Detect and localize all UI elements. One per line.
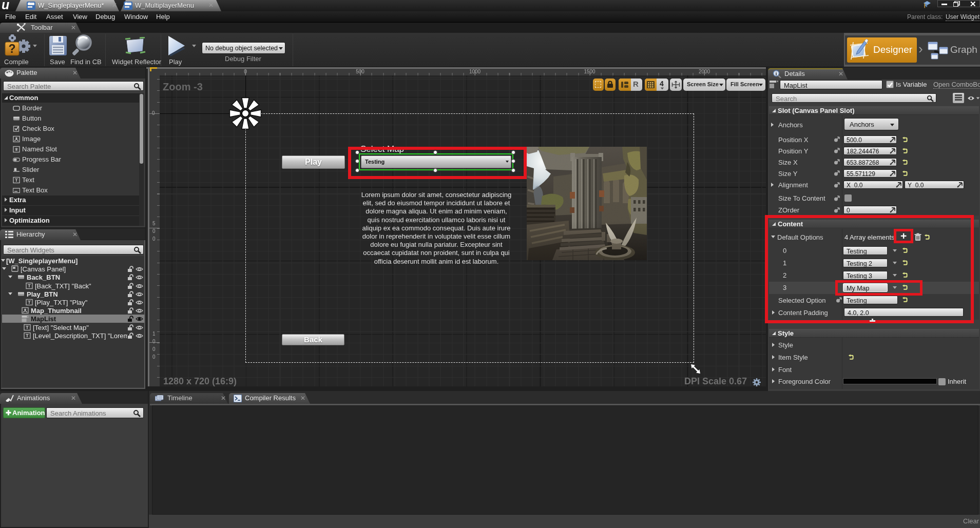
svg-text:T: T: [26, 333, 29, 338]
svg-text:T: T: [15, 177, 18, 183]
svg-text:?: ?: [8, 42, 15, 55]
svg-text:u: u: [2, 0, 9, 11]
svg-text:i: i: [776, 71, 777, 76]
svg-text:T: T: [28, 283, 31, 288]
svg-text:T: T: [26, 324, 29, 330]
svg-text:T: T: [28, 299, 31, 305]
